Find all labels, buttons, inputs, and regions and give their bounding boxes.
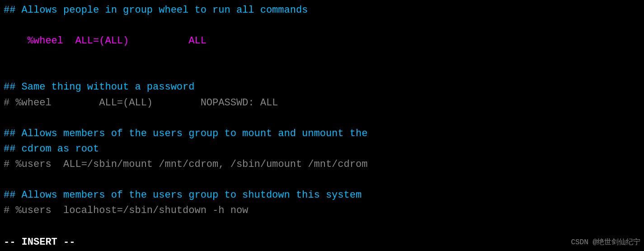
line-7: ## Allows members of the users group to … — [4, 126, 640, 142]
status-bar: -- INSERT -- CSDN @绝世剑仙纪宁 — [0, 234, 644, 251]
directive-all: ALL — [129, 35, 207, 47]
line-12: # %users localhost=/sbin/shutdown -h now — [4, 203, 640, 218]
line-11: ## Allows members of the users group to … — [4, 188, 640, 203]
line-3 — [4, 64, 640, 80]
line-13 — [4, 218, 640, 234]
directive-paren: (ALL) — [99, 35, 129, 47]
line-2: %wheel ALL=(ALL) ALL — [4, 18, 640, 64]
insert-mode-label: -- INSERT -- — [4, 235, 75, 250]
line-9: # %users ALL=/sbin/mount /mnt/cdrom, /sb… — [4, 157, 640, 172]
line-10 — [4, 172, 640, 188]
line-5: # %wheel ALL=(ALL) NOPASSWD: ALL — [4, 95, 640, 111]
line-1: ## Allows people in group wheel to run a… — [4, 3, 640, 18]
terminal-window: ## Allows people in group wheel to run a… — [0, 0, 644, 251]
watermark-label: CSDN @绝世剑仙纪宁 — [571, 237, 640, 248]
line-6 — [4, 111, 640, 126]
line-8: ## cdrom as root — [4, 142, 640, 157]
line-4: ## Same thing without a password — [4, 80, 640, 95]
directive-wheel: %wheel ALL= — [28, 35, 99, 47]
